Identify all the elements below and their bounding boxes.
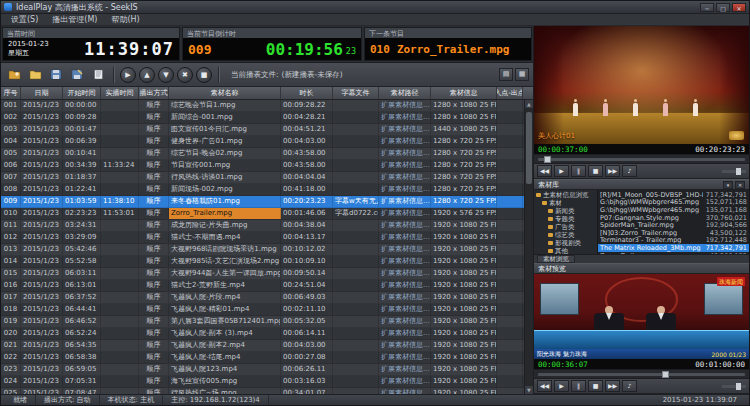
playlist-row[interactable]: 0112015/1/2303:24:31顺序成龙历险记-片头曲.mpg00:04… [1,220,524,232]
audio-button[interactable]: ♪ [622,165,637,177]
cell-name: 综艺晚会节目1.mpg [169,100,281,111]
cell-path: 扩展素材信息… [379,328,431,339]
seek-thumb[interactable] [662,371,669,378]
volume-thumb[interactable] [736,168,741,175]
list-view-button[interactable]: ▤ [499,68,513,81]
play-button[interactable]: ▶ [554,165,569,177]
cell-start: 00:00:00 [63,100,101,111]
cell-name: 来冬春格栽防01.mpg [169,196,281,207]
playlist-row[interactable]: 0022015/1/2300:09:28顺序新闻综合-001.mpg00:04:… [1,112,524,124]
tree-item[interactable]: 综艺类 [534,231,597,239]
stop-button[interactable]: ■ [588,165,603,177]
volume-track[interactable] [722,170,746,173]
tree-item[interactable]: 广告类 [534,223,597,231]
playlist-row[interactable]: 0092015/1/2301:03:5911:38:10顺序来冬春格栽防01.m… [1,196,524,208]
playlist-row[interactable]: 0062015/1/2300:34:3911:33:24顺序节目宣传001.mp… [1,160,524,172]
maximize-button[interactable]: □ [716,3,730,12]
close-button[interactable]: ✕ [732,3,746,12]
volume-control[interactable] [722,170,746,173]
play-button[interactable]: ▶ [120,67,136,83]
scroll-down-icon[interactable]: ▼ [525,386,533,394]
volume-track[interactable] [722,385,746,388]
step-forward-button[interactable]: ▶▶ [605,380,620,392]
cell-info: 1280 x 720 25 FPS [431,160,497,171]
playlist-row[interactable]: 0042015/1/2300:06:39顺序健身世界-广告01.mpg00:04… [1,136,524,148]
cell-actual [101,304,139,315]
open-playlist-button[interactable] [26,67,44,83]
playlist-row[interactable]: 0132015/1/2305:42:46顺序大视野968话剧院现场采访1.mpg… [1,244,524,256]
move-down-button[interactable]: ▼ [158,67,174,83]
cell-inout [497,196,523,207]
playlist-row[interactable]: 0122015/1/2303:29:09顺序猫武士-不期而遇.mp400:04:… [1,232,524,244]
playlist-row[interactable]: 0012015/1/2300:00:00顺序综艺晚会节目1.mpg00:09:2… [1,100,524,112]
save-as-button[interactable] [68,67,86,83]
preview-seek-bar[interactable] [534,370,749,379]
scrollbar-thumb[interactable] [526,112,532,184]
tree-item[interactable]: 素材 [534,199,597,207]
step-back-button[interactable]: ◀◀ [537,380,552,392]
seek-thumb[interactable] [544,156,551,163]
playlist-row[interactable]: 0032015/1/2300:01:47顺序图文宣传01今日汇.mpg00:04… [1,124,524,136]
export-playlist-button[interactable] [89,67,107,83]
menu-item[interactable]: 播出管理(M) [45,14,104,25]
cell-inout [497,208,523,219]
playlist-file-label: 当前播表文件: [231,70,279,80]
playlist-row[interactable]: 0212015/1/2306:54:35顺序飞越疯人院-副本2.mp400:04… [1,340,524,352]
playlist-row[interactable]: 0142015/1/2305:52:58顺序大视野985话-文艺汇演现场2.mp… [1,256,524,268]
cell-name: 健身世界-广告01.mpg [169,136,281,147]
playlist-row[interactable]: 0232015/1/2306:59:05顺序飞越疯人院123.mp400:06:… [1,364,524,376]
step-back-button[interactable]: ◀◀ [537,165,552,177]
chevron-down-icon[interactable]: ▾ [723,181,733,189]
playlist-row[interactable]: 0222015/1/2306:58:38顺序飞越疯人院-结尾.mp400:00:… [1,352,524,364]
cell-no: 002 [1,112,21,123]
playlist-row[interactable]: 0202015/1/2306:52:24顺序飞越疯人院-副本 (3).mp400… [1,328,524,340]
delete-button[interactable]: ✖ [177,67,193,83]
seek-track[interactable] [538,373,745,376]
tree-item[interactable]: 新闻类 [534,207,597,215]
playlist-row[interactable]: 0052015/1/2300:10:41顺序综艺节目-晚会02.mpg00:43… [1,148,524,160]
cell-path: 扩展素材信息… [379,244,431,255]
tree-item[interactable]: 其他 [534,247,597,254]
volume-control[interactable] [722,385,746,388]
playlist-row[interactable]: 0082015/1/2301:22:41顺序新闻现场-002.mpg00:41:… [1,184,524,196]
playlist-row[interactable]: 0162015/1/2306:13:01顺序猫武士2-荒野新生.mp400:24… [1,280,524,292]
playlist-row[interactable]: 0172015/1/2306:37:52顺序飞越疯人院-片段.mp400:06:… [1,292,524,304]
playlist-row[interactable]: 0152015/1/2306:03:11顺序大视野944篇-人生第一课回放.mp… [1,268,524,280]
playlist-row[interactable]: 0182015/1/2306:44:41顺序飞越疯人院-精彩01.mp400:0… [1,304,524,316]
program-seek-bar[interactable] [534,155,749,164]
save-playlist-button[interactable] [47,67,65,83]
studio-screen-right [704,283,743,315]
cell-start: 00:10:41 [63,148,101,159]
minimize-button[interactable]: ─ [700,3,714,12]
pause-button[interactable]: ‖ [571,380,586,392]
menu-item[interactable]: 设置(S) [4,14,45,25]
tree-item[interactable]: 专题类 [534,215,597,223]
stop-button[interactable]: ■ [196,67,212,83]
seek-track[interactable] [538,158,745,161]
play-button[interactable]: ▶ [554,380,569,392]
program-timecode-total: 00:20:23:23 [695,145,745,154]
new-playlist-button[interactable] [5,67,23,83]
menu-item[interactable]: 帮助(H) [104,14,146,25]
tab-material-browse[interactable]: 素材浏览 [537,255,575,263]
tree-item[interactable]: 影视剧类 [534,239,597,247]
cell-inout [497,124,523,135]
move-up-button[interactable]: ▲ [139,67,155,83]
cell-inout [497,256,523,267]
playlist-row[interactable]: 0102015/1/2302:23:2311:53:01顺序Zorro_Trai… [1,208,524,220]
pause-button[interactable]: ‖ [571,165,586,177]
volume-thumb[interactable] [736,383,741,390]
cell-mode: 顺序 [139,256,169,267]
scroll-up-icon[interactable]: ▲ [525,100,533,108]
playlist-row[interactable]: 0072015/1/2301:18:37顺序行风热线-访谈01.mpg00:04… [1,172,524,184]
close-icon[interactable]: ✕ [735,181,745,189]
playlist-row[interactable]: 0192015/1/2306:46:52顺序第八届3套四国赛05B712401.… [1,316,524,328]
step-forward-button[interactable]: ▶▶ [605,165,620,177]
stop-button[interactable]: ■ [588,380,603,392]
playlist-scrollbar[interactable]: ▲ ▼ [524,100,533,394]
performer-figure [693,103,698,116]
audio-button[interactable]: ♪ [622,380,637,392]
tree-item[interactable]: 主素材信息浏览 [534,191,597,199]
grid-view-button[interactable]: ▦ [515,68,529,81]
playlist-row[interactable]: 0242015/1/2307:05:31顺序海飞丝宣传005.mpg00:03:… [1,376,524,388]
